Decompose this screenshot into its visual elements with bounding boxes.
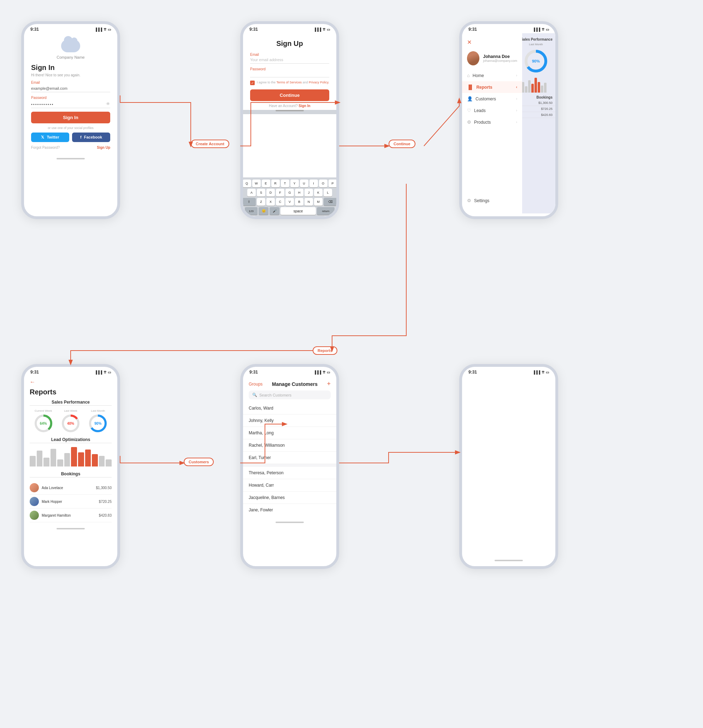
key-mic[interactable]: 🎤 — [270, 207, 279, 215]
customer-item-5[interactable]: Earl, Turner — [243, 452, 336, 464]
reports-icon: ▐▌ — [467, 84, 473, 90]
search-placeholder: Search Customers — [259, 393, 292, 397]
key-s[interactable]: S — [257, 189, 265, 196]
customer-item-3[interactable]: Martha, Long — [243, 427, 336, 439]
key-shift[interactable]: ⇧ — [243, 198, 256, 206]
donut-chart: 90% — [517, 49, 555, 74]
customer-item-7[interactable]: Howard, Carr — [243, 479, 336, 491]
current-week-pct: 64% — [40, 422, 47, 426]
key-123[interactable]: 123 — [245, 207, 257, 215]
eye-icon[interactable]: 👁 — [106, 101, 110, 106]
key-w[interactable]: W — [252, 179, 261, 187]
key-return[interactable]: return — [317, 207, 335, 215]
last-week-pct: 40% — [67, 422, 74, 426]
menu-item-settings[interactable]: ⚙ Settings — [462, 195, 522, 207]
bookings-header: Bookings — [30, 471, 112, 477]
add-customer-button[interactable]: + — [327, 380, 331, 388]
key-z[interactable]: Z — [257, 198, 265, 206]
customer-item-6[interactable]: Theresa, Peterson — [243, 467, 336, 479]
customer-item-4[interactable]: Rachel, Williamson — [243, 439, 336, 452]
key-u[interactable]: U — [300, 179, 308, 187]
customer-item-8[interactable]: Jacqueline, Barnes — [243, 491, 336, 504]
key-n[interactable]: N — [305, 198, 313, 206]
menu-label-leads: Leads — [474, 108, 486, 113]
metric-current-week: Current Week 64% — [34, 409, 53, 433]
key-q[interactable]: Q — [243, 179, 251, 187]
menu-label-products: Products — [474, 120, 491, 125]
key-k[interactable]: K — [314, 189, 322, 196]
key-x[interactable]: X — [266, 198, 275, 206]
terms-checkbox[interactable]: ✓ — [250, 81, 255, 85]
password-input[interactable] — [31, 101, 110, 108]
signin-subtitle: Hi there! Nice to see you again. — [31, 73, 110, 77]
key-l[interactable]: L — [323, 189, 332, 196]
status-time: 9:31 — [30, 27, 39, 32]
key-a[interactable]: A — [247, 189, 256, 196]
forgot-password[interactable]: Forgot Password? — [31, 146, 60, 149]
menu-item-customers[interactable]: 👤 Customers › — [462, 93, 522, 105]
key-m[interactable]: M — [314, 198, 322, 206]
twitter-button[interactable]: 𝕏 Twitter — [31, 133, 69, 142]
status-time-5: 9:31 — [250, 370, 258, 375]
su-email-input[interactable]: Your email address — [250, 58, 329, 64]
key-j[interactable]: J — [305, 189, 313, 196]
key-i[interactable]: I — [309, 179, 318, 187]
bar-chart-small — [517, 77, 555, 94]
continue-button[interactable]: Continue — [250, 90, 329, 101]
donut-last-week: 40% — [61, 414, 80, 433]
su-password-input[interactable] — [250, 72, 329, 77]
key-y[interactable]: Y — [290, 179, 299, 187]
key-g[interactable]: G — [286, 189, 294, 196]
customers-header: Groups Manage Customers + — [243, 379, 336, 390]
home-indicator — [56, 158, 85, 159]
key-space[interactable]: space — [280, 207, 316, 215]
key-t[interactable]: T — [281, 179, 289, 187]
customer-item-1[interactable]: Carlos, Ward — [243, 402, 336, 415]
groups-label[interactable]: Groups — [249, 382, 263, 387]
search-bar[interactable]: 🔍 Search Customers — [249, 390, 331, 399]
key-o[interactable]: O — [319, 179, 328, 187]
key-c[interactable]: C — [276, 198, 284, 206]
su-email-label: Email — [250, 53, 329, 56]
signup-link[interactable]: Sign Up — [97, 146, 110, 149]
key-f[interactable]: F — [276, 189, 284, 196]
phone-reports: 9:31 ▐▐▐⇈▭ ← Reports Sales Performance C… — [21, 364, 120, 569]
profile-name: Johanna Doe — [483, 54, 517, 59]
booking-amt-2: $720.25 — [99, 500, 112, 504]
customer-item-2[interactable]: Johnny, Kelly — [243, 415, 336, 427]
terms-row: ✓ I agree to the Terms of Services and P… — [250, 80, 329, 85]
key-d[interactable]: D — [266, 189, 275, 196]
customer-item-9[interactable]: Jane, Fowler — [243, 504, 336, 516]
products-icon: ⚙ — [467, 120, 471, 125]
key-backspace[interactable]: ⌫ — [323, 198, 336, 206]
back-arrow[interactable]: ← — [30, 379, 112, 385]
key-h[interactable]: H — [295, 189, 303, 196]
booking-amount-2: $720.25 — [517, 106, 555, 112]
bookings-underline — [30, 477, 112, 477]
menu-item-home[interactable]: ⌂ Home › — [462, 69, 522, 81]
email-input[interactable]: example@email.com — [31, 85, 110, 92]
bookings-section: Bookings Ada Lovelace $1,300.50 Mark Hop… — [30, 471, 112, 522]
signin-button[interactable]: Sign In — [31, 112, 110, 123]
key-b[interactable]: B — [295, 198, 303, 206]
key-p[interactable]: P — [329, 179, 337, 187]
key-r[interactable]: R — [271, 179, 280, 187]
reports-label: Reports — [313, 346, 337, 355]
key-e[interactable]: E — [262, 179, 270, 187]
password-wrap: 👁 — [31, 101, 110, 108]
key-v[interactable]: V — [286, 198, 294, 206]
menu-item-leads[interactable]: ♡ Leads › — [462, 105, 522, 116]
bookings-title: Bookings — [517, 94, 555, 100]
key-emoji[interactable]: 😊 — [258, 207, 268, 215]
chevron-home: › — [516, 74, 517, 77]
search-icon: 🔍 — [252, 393, 257, 397]
close-button[interactable]: ✕ — [462, 36, 522, 48]
signin-link-su[interactable]: Sign In — [299, 104, 310, 108]
metrics-row: Current Week 64% Last Week — [30, 409, 112, 433]
menu-label-settings: Settings — [474, 198, 489, 203]
menu-item-products[interactable]: ⚙ Products › — [462, 116, 522, 128]
leads-icon: ♡ — [467, 108, 471, 113]
facebook-button[interactable]: f Facebook — [72, 133, 110, 142]
menu-item-reports[interactable]: ▐▌ Reports ‹ — [462, 81, 522, 93]
phone-customers: 9:31 ▐▐▐⇈▭ Groups Manage Customers + 🔍 S… — [240, 364, 339, 569]
